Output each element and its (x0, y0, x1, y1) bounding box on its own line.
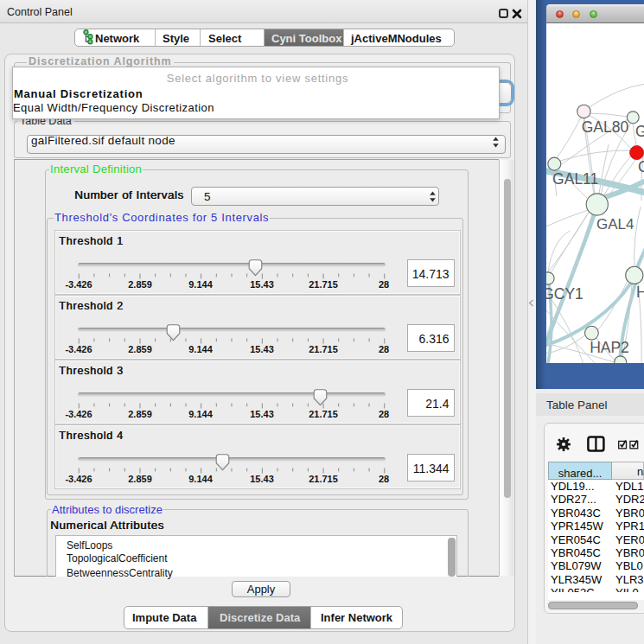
svg-text:GAL4: GAL4 (596, 216, 634, 233)
svg-text:CR: CR (638, 158, 644, 175)
svg-text:HA: HA (636, 284, 644, 301)
svg-text:HAP2: HAP2 (590, 339, 629, 356)
svg-text:GAL80: GAL80 (582, 118, 629, 136)
svg-text:GCY1: GCY1 (546, 285, 583, 303)
svg-text:GAL: GAL (635, 123, 644, 140)
svg-text:GAL11: GAL11 (552, 170, 598, 188)
